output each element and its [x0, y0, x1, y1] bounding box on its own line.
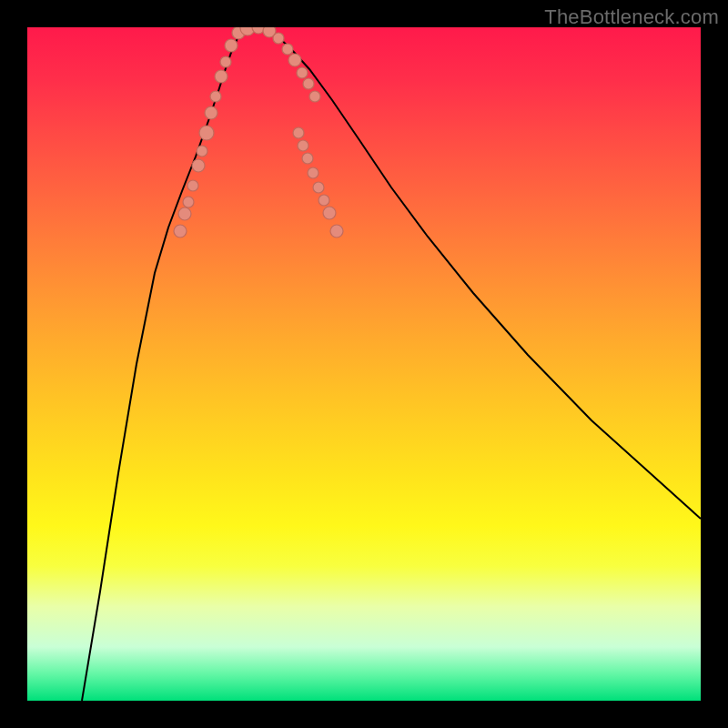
data-point [205, 106, 217, 119]
data-point [308, 167, 318, 178]
data-point [282, 44, 293, 55]
data-point [293, 127, 304, 138]
data-point [192, 159, 205, 172]
bottleneck-curve [82, 27, 701, 701]
data-point [303, 78, 314, 89]
watermark-text: TheBottleneck.com [544, 5, 719, 29]
data-point [178, 207, 191, 220]
data-point [174, 225, 187, 238]
data-point [199, 126, 214, 140]
data-point [220, 56, 231, 67]
data-point [298, 140, 308, 151]
data-point [273, 33, 284, 44]
data-point [318, 195, 329, 206]
data-point [183, 197, 194, 207]
data-point [323, 207, 336, 219]
data-point [309, 91, 320, 102]
chart-frame: TheBottleneck.com [0, 0, 728, 728]
plot-area [27, 27, 701, 701]
data-point [288, 54, 301, 66]
data-point [187, 180, 198, 191]
data-point [297, 67, 308, 78]
data-point [313, 182, 324, 193]
data-point [225, 39, 238, 52]
data-point [215, 70, 228, 83]
data-point [197, 146, 207, 157]
data-point [210, 91, 221, 102]
chart-svg [27, 27, 701, 701]
data-point [302, 153, 313, 164]
data-point [330, 225, 343, 238]
data-points-group [174, 27, 343, 238]
